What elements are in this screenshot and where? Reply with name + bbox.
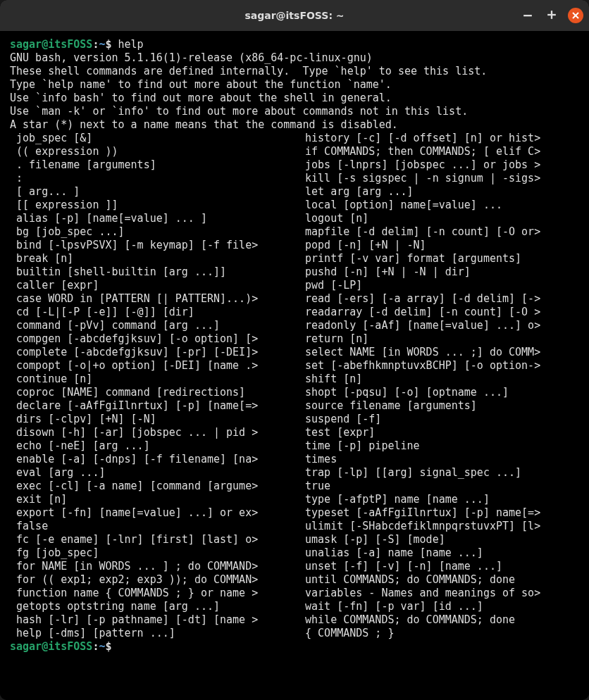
help-entry: variables - Names and meanings of so> bbox=[299, 587, 579, 600]
help-entry: read [-ers] [-a array] [-d delim] [-> bbox=[299, 292, 579, 306]
help-column-right: history [-c] [-d offset] [n] or hist> if… bbox=[299, 132, 579, 640]
help-entry: function name { COMMANDS ; } or name > bbox=[10, 587, 299, 600]
command-text: help bbox=[118, 38, 144, 51]
help-entry: command [-pVv] command [arg ...] bbox=[10, 319, 299, 332]
help-entry: break [n] bbox=[10, 252, 299, 265]
help-entry: pushd [-n] [+N | -N | dir] bbox=[299, 265, 579, 279]
window-title: sagar@itsFOSS: ~ bbox=[244, 10, 344, 21]
help-entry: return [n] bbox=[299, 332, 579, 346]
help-entry: until COMMANDS; do COMMANDS; done bbox=[299, 573, 579, 587]
help-entry: enable [-a] [-dnps] [-f filename] [na> bbox=[10, 453, 299, 466]
help-entry: fc [-e ename] [-lnr] [first] [last] o> bbox=[10, 533, 299, 546]
help-entry: [[ expression ]] bbox=[10, 199, 299, 212]
help-entry: type [-afptP] name [name ...] bbox=[299, 493, 579, 506]
prompt-line: sagar@itsFOSS:~$ help bbox=[10, 38, 579, 51]
help-entry: export [-fn] [name[=value] ...] or ex> bbox=[10, 506, 299, 520]
help-entry: kill [-s sigspec | -n signum | -sigs> bbox=[299, 172, 579, 185]
help-entry: local [option] name[=value] ... bbox=[299, 199, 579, 212]
terminal-output[interactable]: sagar@itsFOSS:~$ helpGNU bash, version 5… bbox=[0, 31, 589, 700]
titlebar: sagar@itsFOSS: ~ bbox=[0, 0, 589, 31]
plus-icon bbox=[547, 9, 557, 23]
help-entry: umask [-p] [-S] [mode] bbox=[299, 533, 579, 546]
help-entry: complete [-abcdefgjksuv] [-pr] [-DEI]> bbox=[10, 346, 299, 359]
help-entry: wait [-fn] [-p var] [id ...] bbox=[299, 600, 579, 613]
help-entry: getopts optstring name [arg ...] bbox=[10, 600, 299, 613]
output-line: Use `man -k' or `info' to find out more … bbox=[10, 105, 579, 118]
help-entry: history [-c] [-d offset] [n] or hist> bbox=[299, 132, 579, 145]
help-entry: jobs [-lnprs] [jobspec ...] or jobs > bbox=[299, 158, 579, 172]
help-entry: source filename [arguments] bbox=[299, 399, 579, 413]
help-entry: for NAME [in WORDS ... ] ; do COMMAND> bbox=[10, 560, 299, 573]
minimize-button[interactable] bbox=[520, 8, 535, 23]
help-entry: ulimit [-SHabcdefiklmnpqrstuvxPT] [l> bbox=[299, 520, 579, 533]
help-entry: trap [-lp] [[arg] signal_spec ...] bbox=[299, 466, 579, 480]
help-entry: test [expr] bbox=[299, 426, 579, 439]
help-entry: false bbox=[10, 520, 299, 533]
help-entry: readarray [-d delim] [-n count] [-O > bbox=[299, 306, 579, 319]
help-entry: shopt [-pqsu] [-o] [optname ...] bbox=[299, 386, 579, 399]
help-entry: compgen [-abcdefgjksuv] [-o option] [> bbox=[10, 332, 299, 346]
help-entry: shift [n] bbox=[299, 373, 579, 386]
help-column-left: job_spec [&] (( expression )) . filename… bbox=[10, 132, 299, 640]
help-entry: unalias [-a] name [name ...] bbox=[299, 546, 579, 560]
help-entry: caller [expr] bbox=[10, 279, 299, 292]
output-line: These shell commands are defined interna… bbox=[10, 65, 579, 78]
svg-rect-0 bbox=[523, 15, 532, 16]
help-entry: popd [-n] [+N | -N] bbox=[299, 239, 579, 252]
help-entry: echo [-neE] [arg ...] bbox=[10, 439, 299, 453]
help-entry: mapfile [-d delim] [-n count] [-O or> bbox=[299, 225, 579, 239]
help-columns: job_spec [&] (( expression )) . filename… bbox=[10, 132, 579, 640]
window-controls bbox=[520, 8, 583, 23]
output-line: Type `help name' to find out more about … bbox=[10, 78, 579, 92]
help-entry: builtin [shell-builtin [arg ...]] bbox=[10, 265, 299, 279]
help-entry: suspend [-f] bbox=[299, 413, 579, 426]
help-entry: (( expression )) bbox=[10, 145, 299, 158]
minimize-icon bbox=[523, 9, 533, 23]
prompt-line: sagar@itsFOSS:~$ bbox=[10, 640, 579, 654]
output-line: GNU bash, version 5.1.16(1)-release (x86… bbox=[10, 51, 579, 65]
help-entry: printf [-v var] format [arguments] bbox=[299, 252, 579, 265]
help-entry: for (( exp1; exp2; exp3 )); do COMMAN> bbox=[10, 573, 299, 587]
help-entry: compopt [-o|+o option] [-DEI] [name .> bbox=[10, 359, 299, 373]
help-entry: : bbox=[10, 172, 299, 185]
terminal-window: sagar@itsFOSS: ~ bbox=[0, 0, 589, 700]
help-entry: times bbox=[299, 453, 579, 466]
close-button[interactable] bbox=[568, 8, 583, 23]
help-entry: disown [-h] [-ar] [jobspec ... | pid > bbox=[10, 426, 299, 439]
help-entry: select NAME [in WORDS ... ;] do COMM> bbox=[299, 346, 579, 359]
help-entry: time [-p] pipeline bbox=[299, 439, 579, 453]
help-entry: true bbox=[299, 480, 579, 493]
help-entry: alias [-p] [name[=value] ... ] bbox=[10, 212, 299, 225]
help-entry: bind [-lpsvPSVX] [-m keymap] [-f file> bbox=[10, 239, 299, 252]
help-entry: [ arg... ] bbox=[10, 185, 299, 199]
help-entry: help [-dms] [pattern ...] bbox=[10, 627, 299, 640]
help-entry: logout [n] bbox=[299, 212, 579, 225]
help-entry: cd [-L|[-P [-e]] [-@]] [dir] bbox=[10, 306, 299, 319]
help-entry: set [-abefhkmnptuvxBCHP] [-o option-> bbox=[299, 359, 579, 373]
help-entry: . filename [arguments] bbox=[10, 158, 299, 172]
help-entry: dirs [-clpv] [+N] [-N] bbox=[10, 413, 299, 426]
help-entry: case WORD in [PATTERN [| PATTERN]...)> bbox=[10, 292, 299, 306]
help-entry: { COMMANDS ; } bbox=[299, 627, 579, 640]
output-line: A star (*) next to a name means that the… bbox=[10, 118, 579, 132]
help-entry: continue [n] bbox=[10, 373, 299, 386]
help-entry: coproc [NAME] command [redirections] bbox=[10, 386, 299, 399]
output-line: Use `info bash' to find out more about t… bbox=[10, 92, 579, 105]
help-entry: fg [job_spec] bbox=[10, 546, 299, 560]
close-icon bbox=[571, 9, 580, 23]
help-entry: job_spec [&] bbox=[10, 132, 299, 145]
help-entry: eval [arg ...] bbox=[10, 466, 299, 480]
help-entry: readonly [-aAf] [name[=value] ...] o> bbox=[299, 319, 579, 332]
help-entry: while COMMANDS; do COMMANDS; done bbox=[299, 613, 579, 627]
help-entry: declare [-aAfFgiIlnrtux] [-p] [name[=> bbox=[10, 399, 299, 413]
help-entry: if COMMANDS; then COMMANDS; [ elif C> bbox=[299, 145, 579, 158]
help-entry: let arg [arg ...] bbox=[299, 185, 579, 199]
help-entry: typeset [-aAfFgiIlnrtux] [-p] name[=> bbox=[299, 506, 579, 520]
svg-rect-2 bbox=[547, 13, 556, 15]
help-entry: exec [-cl] [-a name] [command [argume> bbox=[10, 480, 299, 493]
help-entry: unset [-f] [-v] [-n] [name ...] bbox=[299, 560, 579, 573]
help-entry: exit [n] bbox=[10, 493, 299, 506]
help-entry: hash [-lr] [-p pathname] [-dt] [name > bbox=[10, 613, 299, 627]
help-entry: pwd [-LP] bbox=[299, 279, 579, 292]
maximize-button[interactable] bbox=[544, 8, 559, 23]
